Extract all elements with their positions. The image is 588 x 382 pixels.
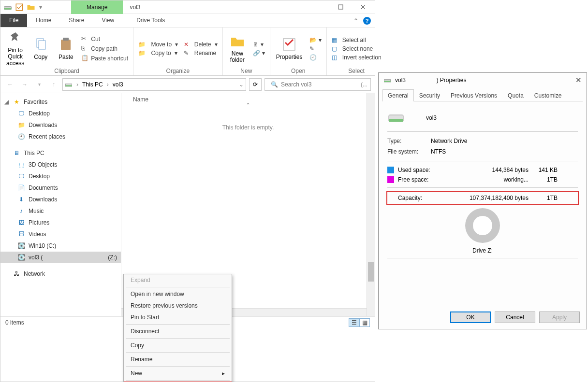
delete-label: Delete (194, 41, 211, 48)
tree-documents[interactable]: 📄Documents (0, 182, 121, 194)
search-box[interactable]: 🔍 Search vol3 (... (265, 78, 371, 91)
crumb-this-pc[interactable]: This PC (82, 81, 103, 88)
ctx-open-new-window[interactable]: Open in new window (124, 288, 232, 300)
tree-downloads2[interactable]: ⬇Downloads (0, 194, 121, 205)
collapse-ribbon-icon[interactable]: ⌃ (353, 17, 358, 24)
invert-selection-button[interactable]: ◫ Invert selection (331, 54, 382, 61)
title-bar: ▾ Manage vol3 (0, 0, 375, 14)
home-tab[interactable]: Home (27, 14, 60, 27)
folder-icon[interactable] (27, 3, 35, 12)
checkbox-icon[interactable] (15, 3, 24, 12)
select-all-button[interactable]: ▦ Select all (331, 36, 382, 44)
group-select-label: Select (331, 68, 382, 75)
ok-button[interactable]: OK (450, 311, 491, 323)
cancel-button[interactable]: Cancel (495, 311, 535, 323)
properties-label: Properties (276, 54, 303, 60)
tab-general[interactable]: General (382, 89, 414, 101)
paste-shortcut-button[interactable]: 📋Paste shortcut (80, 54, 129, 63)
tree-recent[interactable]: 🕘Recent places (0, 131, 121, 142)
maximize-button[interactable] (329, 0, 352, 14)
close-button[interactable] (352, 0, 374, 14)
tab-security[interactable]: Security (414, 89, 445, 101)
new-item-button[interactable]: 🗎▾ (252, 41, 266, 48)
help-icon[interactable]: ? (363, 17, 371, 25)
qat-overflow[interactable]: ▾ (38, 4, 42, 11)
address-dropdown-icon[interactable]: ⌄ (239, 81, 244, 88)
used-space-row: Used space: 144,384 bytes 141 KB (387, 165, 578, 175)
tree-videos[interactable]: 🎞Videos (0, 228, 121, 240)
invert-selection-icon: ◫ (332, 54, 337, 61)
drive-icon (3, 3, 12, 12)
ctx-expand: Expand (124, 274, 232, 286)
tree-documents-label: Documents (29, 184, 58, 191)
manage-tab[interactable]: Manage (71, 0, 123, 14)
share-tab[interactable]: Share (60, 14, 93, 27)
edit-button[interactable]: ✎ (309, 45, 323, 53)
up-button[interactable]: ↑ (48, 79, 59, 90)
props-type-value: Network Drive (431, 138, 467, 144)
details-view-button[interactable]: ☰ (349, 318, 359, 327)
invert-label: Invert selection (342, 54, 382, 61)
tree-3d[interactable]: ⬚3D Objects (0, 159, 121, 170)
tree-vol3-label: vol3 ( (29, 254, 43, 261)
large-icons-view-button[interactable]: ▦ (359, 318, 370, 327)
tree-downloads[interactable]: 📁Downloads (0, 119, 121, 131)
select-none-button[interactable]: ▢ Select none (331, 45, 382, 53)
view-tab[interactable]: View (93, 14, 123, 27)
file-tab[interactable]: File (0, 14, 27, 27)
tree-music[interactable]: ♪Music (0, 205, 121, 217)
tree-network[interactable]: 🖧Network (0, 268, 121, 280)
ctx-copy[interactable]: Copy (124, 340, 232, 351)
new-item-icon: 🗎 (253, 41, 259, 48)
capacity-human: 1TB (529, 195, 558, 201)
back-button[interactable]: ← (4, 79, 16, 90)
ctx-new[interactable]: New▸ (124, 368, 232, 379)
history-button[interactable]: 🕘 (309, 54, 323, 61)
delete-button[interactable]: ✕ Delete ▾ (183, 41, 218, 48)
rename-button[interactable]: ✎ Rename (183, 49, 218, 57)
forward-button[interactable]: → (19, 79, 30, 90)
move-to-button[interactable]: 📁 Move to ▾ (137, 41, 179, 48)
pin-quick-access-button[interactable]: Pin to Quick access (4, 29, 26, 68)
copy-path-button[interactable]: ⎘Copy path (80, 44, 129, 53)
new-folder-button[interactable]: New folder (227, 33, 248, 64)
tree-desktop2[interactable]: 🖵Desktop (0, 170, 121, 182)
drive-tools-tab[interactable]: Drive Tools (128, 14, 174, 27)
cut-label: Cut (91, 36, 100, 42)
pin-label: Pin to Quick access (6, 47, 24, 67)
properties-button[interactable]: Properties (274, 36, 305, 61)
tab-customize[interactable]: Customize (529, 89, 567, 101)
open-button[interactable]: 📂▾ (309, 36, 323, 44)
tree-favorites[interactable]: ◢★Favorites (0, 96, 121, 108)
refresh-button[interactable]: ⟳ (249, 78, 262, 91)
props-close-button[interactable]: ✕ (575, 76, 582, 85)
tree-pictures[interactable]: 🖼Pictures (0, 217, 121, 228)
tree-c-drive[interactable]: 💽Win10 (C:) (0, 240, 121, 252)
cut-button[interactable]: ✂Cut (80, 35, 129, 43)
tree-desktop[interactable]: 🖵Desktop (0, 108, 121, 119)
svg-rect-5 (39, 41, 45, 49)
props-drive-name[interactable]: vol3 (426, 114, 437, 121)
ctx-rename[interactable]: Rename (124, 354, 232, 365)
minimize-button[interactable] (307, 0, 329, 14)
ctx-pin-start[interactable]: Pin to Start (124, 311, 232, 323)
chevron-icon[interactable]: › (74, 81, 80, 88)
easy-access-button[interactable]: 🔗▾ (252, 49, 266, 57)
apply-button[interactable]: Apply (539, 311, 580, 323)
crumb-vol3[interactable]: vol3 (113, 81, 123, 88)
tree-this-pc[interactable]: 🖥This PC (0, 147, 121, 159)
tree-vol3[interactable]: 💽vol3 ((Z:) (0, 252, 121, 263)
recent-locations-button[interactable]: ▾ (33, 79, 45, 90)
tab-previous-versions[interactable]: Previous Versions (445, 89, 502, 101)
address-bar[interactable]: › This PC › vol3 ⌄ (62, 78, 246, 91)
tab-quota[interactable]: Quota (502, 89, 529, 101)
ctx-restore[interactable]: Restore previous versions (124, 300, 232, 311)
tree-downloads-label: Downloads (29, 122, 57, 128)
copy-button[interactable]: Copy (30, 36, 51, 61)
vertical-scrollbar[interactable] (367, 93, 375, 316)
svg-rect-2 (16, 4, 23, 11)
ctx-disconnect[interactable]: Disconnect (124, 325, 232, 337)
paste-button[interactable]: Paste (55, 36, 76, 61)
chevron-icon[interactable]: › (105, 81, 111, 88)
copy-to-button[interactable]: 📁 Copy to ▾ (137, 49, 179, 57)
